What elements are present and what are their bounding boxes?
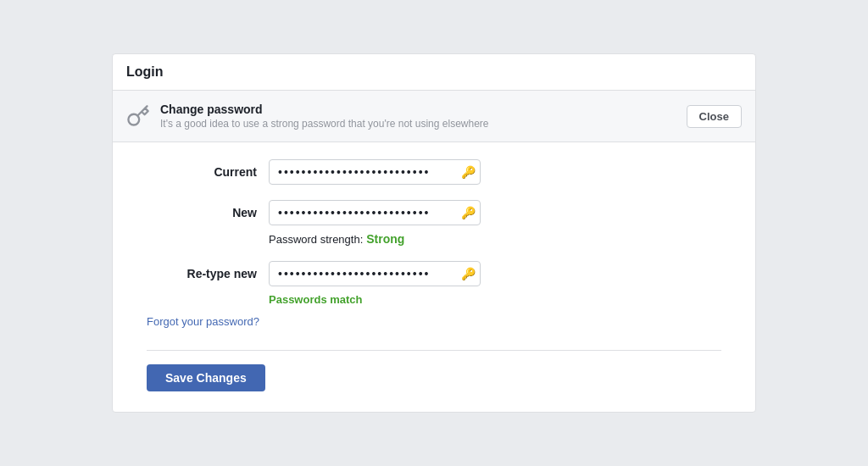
card-header: Login bbox=[113, 54, 755, 91]
retype-password-input[interactable] bbox=[269, 261, 481, 286]
new-password-row: New 🔑 bbox=[147, 200, 721, 225]
strength-row: Password strength: Strong bbox=[147, 232, 721, 246]
current-password-row: Current 🔑 bbox=[147, 159, 721, 185]
match-text: Passwords match bbox=[269, 293, 363, 306]
strength-value: Strong bbox=[366, 232, 404, 246]
match-row: Passwords match bbox=[147, 293, 721, 306]
strength-label: Password strength: bbox=[269, 233, 363, 246]
close-button[interactable]: Close bbox=[687, 105, 742, 128]
retype-password-row: Re-type new 🔑 bbox=[147, 261, 721, 286]
section-header: Change password It's a good idea to use … bbox=[113, 91, 755, 142]
section-text: Change password It's a good idea to use … bbox=[160, 103, 489, 130]
login-card: Login Change password It's a good idea t… bbox=[112, 53, 756, 413]
current-password-input[interactable] bbox=[269, 159, 481, 185]
current-label: Current bbox=[147, 165, 257, 179]
key-icon bbox=[126, 104, 150, 128]
retype-label: Re-type new bbox=[147, 267, 257, 280]
section-subtitle: It's a good idea to use a strong passwor… bbox=[160, 118, 489, 130]
current-input-wrapper: 🔑 bbox=[269, 159, 481, 185]
new-input-wrapper: 🔑 bbox=[269, 200, 481, 225]
section-header-left: Change password It's a good idea to use … bbox=[126, 103, 489, 130]
divider bbox=[147, 350, 721, 351]
retype-input-wrapper: 🔑 bbox=[269, 261, 481, 286]
new-password-input[interactable] bbox=[269, 200, 481, 225]
form-area: Current 🔑 New 🔑 Password strength: Stron… bbox=[113, 142, 755, 412]
new-label: New bbox=[147, 206, 257, 219]
section-title: Change password bbox=[160, 103, 489, 116]
forgot-password-link[interactable]: Forgot your password? bbox=[147, 315, 259, 340]
page-title: Login bbox=[126, 64, 164, 79]
save-changes-button[interactable]: Save Changes bbox=[147, 364, 265, 391]
